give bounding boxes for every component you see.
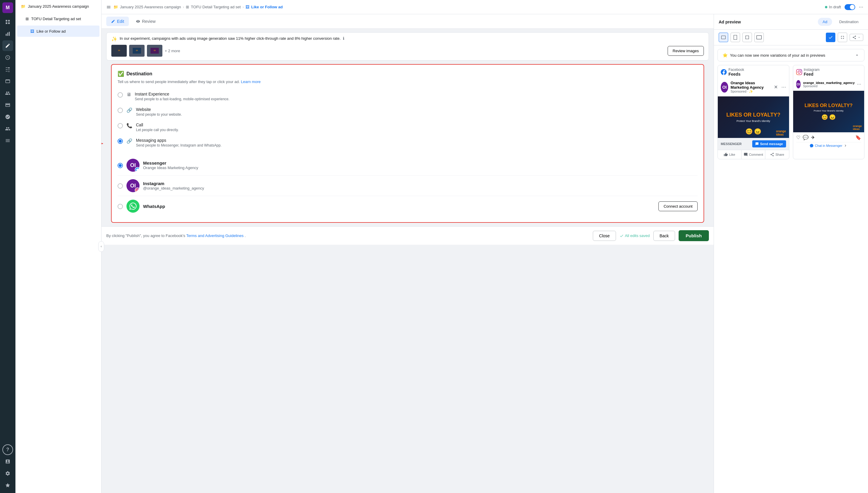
learn-more-link[interactable]: Learn more — [241, 80, 261, 84]
help-icon[interactable]: ? — [2, 444, 13, 455]
preview-square-icon[interactable] — [719, 33, 728, 42]
preview-share-btn[interactable] — [850, 34, 863, 41]
messenger-radio[interactable] — [118, 163, 123, 168]
breadcrumb-adset-icon: ⊞ — [186, 5, 189, 9]
ig-platform-header: Instagram Feed — [793, 65, 864, 78]
all-saved-status: All edits saved — [620, 233, 650, 238]
connections-icon[interactable] — [2, 123, 13, 134]
destination-check-icon: ✅ — [118, 71, 124, 77]
integrations-icon[interactable] — [2, 480, 13, 491]
instagram-radio[interactable] — [118, 183, 123, 189]
radio-call[interactable]: 📞 Call Let people call you directly. — [118, 120, 698, 135]
instagram-info: Instagram @orange_ideas_marketing_agency — [143, 181, 698, 190]
preview-tab-destination[interactable]: Destination — [834, 18, 863, 26]
fb-close-icon[interactable]: ✕ — [774, 84, 778, 90]
review-images-btn[interactable]: Review images — [668, 46, 704, 56]
preview-landscape-icon[interactable] — [754, 33, 764, 42]
ig-more-icon[interactable]: ⋯ — [857, 82, 861, 87]
fb-ad-image: LIKES OR LOYALTY? Protect Your Brand's I… — [718, 97, 789, 138]
fb-send-btn[interactable]: Send message — [752, 140, 786, 147]
fb-platform-name: Facebook — [728, 68, 744, 72]
fb-comment-btn[interactable]: Comment — [742, 150, 765, 159]
ig-messenger-cta-btn[interactable]: Chat in Messenger — [796, 142, 862, 149]
ig-platform-name: Instagram — [804, 68, 820, 72]
nav-panel: 📁 January 2025 Awareness campaign ··· ⊞ … — [16, 0, 102, 493]
breadcrumb-adset[interactable]: TOFU Detail Targeting ad set — [191, 5, 241, 9]
close-btn[interactable]: Close — [593, 231, 616, 241]
back-btn[interactable]: Back — [654, 231, 675, 241]
svg-text:OI: OI — [118, 49, 120, 51]
brand-logo[interactable]: M — [2, 2, 13, 13]
ig-account-info: orange_ideas_marketing_agency Sponsored — [803, 81, 855, 88]
radio-messaging-circle[interactable] — [118, 138, 123, 144]
list-icon[interactable] — [2, 135, 13, 146]
connect-account-btn[interactable]: Connect account — [658, 201, 698, 211]
variations-banner[interactable]: ⭐ You can now see more variations of you… — [718, 49, 864, 61]
ig-bookmark-icon[interactable]: 🔖 — [855, 135, 861, 140]
chart-icon[interactable] — [2, 28, 13, 39]
instagram-avatar: OI — [126, 179, 140, 192]
draft-label: In draft — [829, 5, 841, 9]
img-thumb-3[interactable]: OI — [147, 45, 162, 57]
radio-website-circle[interactable] — [118, 108, 123, 113]
ig-send-icon[interactable]: ✈ — [811, 135, 815, 140]
main-content: 📁 January 2025 Awareness campaign › ⊞ TO… — [102, 0, 868, 493]
publish-btn[interactable]: Publish — [679, 230, 709, 241]
img-thumb-2[interactable]: OI — [129, 45, 145, 57]
nav-campaign-label: January 2025 Awareness campaign — [28, 4, 90, 8]
dashboard-icon[interactable] — [2, 17, 13, 27]
nav-campaign[interactable]: 📁 January 2025 Awareness campaign ··· — [17, 1, 100, 12]
review-tab-btn[interactable]: Review — [131, 17, 160, 26]
breadcrumb-sep2: › — [243, 5, 244, 9]
radio-website[interactable]: 🔗 Website Send people to your website. — [118, 104, 698, 120]
preview-expand-icon[interactable] — [838, 33, 847, 42]
image-strip: OI OI OI + 2 more Review images — [111, 45, 704, 57]
whatsapp-radio[interactable] — [118, 204, 123, 209]
breadcrumb-campaign[interactable]: January 2025 Awareness campaign — [120, 5, 181, 9]
gear-icon[interactable] — [2, 468, 13, 479]
fb-like-btn[interactable]: Like — [718, 150, 742, 159]
audience-icon[interactable] — [2, 88, 13, 99]
call-content: Call Let people call you directly. — [136, 123, 179, 132]
pages-icon[interactable] — [2, 76, 13, 87]
call-icon: 📞 — [126, 123, 132, 128]
settings2-icon[interactable] — [2, 111, 13, 122]
top-more-icon[interactable]: ··· — [859, 4, 863, 10]
fb-account-avatar: OI — [721, 82, 728, 92]
edit-icon[interactable] — [2, 40, 13, 51]
radio-messaging-apps[interactable]: 🔗 Messaging apps Send people to Messenge… — [118, 135, 698, 150]
website-label: Website — [136, 107, 182, 112]
sidebar-toggle-btn[interactable] — [106, 5, 111, 9]
ig-comment-icon[interactable]: 💬 — [803, 135, 809, 140]
radio-instant-circle[interactable] — [118, 92, 123, 98]
fb-more-icon[interactable]: ⋯ — [781, 84, 786, 90]
payment-icon[interactable] — [2, 100, 13, 110]
grid-icon[interactable] — [2, 64, 13, 75]
clock-icon[interactable] — [2, 52, 13, 63]
ig-card-body: OI orange_ideas_marketing_agency Sponsor… — [793, 78, 864, 151]
footer-bar: By clicking "Publish", you agree to Face… — [102, 226, 714, 245]
preview-portrait-icon[interactable] — [730, 33, 740, 42]
preview-square2-icon[interactable] — [742, 33, 752, 42]
edit-tab-btn[interactable]: Edit — [106, 17, 129, 26]
nav-ad[interactable]: 🖼 Like or Follow ad ··· — [17, 25, 100, 37]
reports-icon[interactable] — [2, 456, 13, 467]
radio-call-circle[interactable] — [118, 123, 123, 128]
preview-tab-ad[interactable]: Ad — [818, 18, 832, 26]
svg-rect-6 — [9, 32, 10, 36]
instant-exp-desc: Send people to a fast-loading, mobile-op… — [135, 97, 229, 101]
radio-instant-experience[interactable]: 🖥 Instant Experience Send people to a fa… — [118, 89, 698, 104]
nav-collapse-btn[interactable] — [98, 241, 104, 252]
ai-banner-content: ✨ In our experiment, campaigns with ads … — [111, 36, 704, 42]
ig-heart-icon[interactable]: ♡ — [796, 135, 800, 140]
nav-adset[interactable]: ⊞ TOFU Detail Targeting ad set ··· — [17, 13, 100, 24]
star-icon: ⭐ — [723, 53, 728, 58]
messenger-handle: Orange Ideas Marketing Agency — [143, 166, 698, 170]
ig-image-subtext: Protect Your Brand's Identity — [804, 109, 852, 112]
fb-share-btn[interactable]: Share — [765, 150, 789, 159]
img-thumb-1[interactable]: OI — [111, 45, 127, 57]
terms-link[interactable]: Terms and Advertising Guidelines — [186, 233, 243, 238]
instagram-row: OI Instagram @orange_ideas_marketing_age… — [118, 176, 698, 196]
draft-toggle[interactable] — [845, 4, 855, 10]
preview-check-icon[interactable] — [826, 33, 835, 42]
